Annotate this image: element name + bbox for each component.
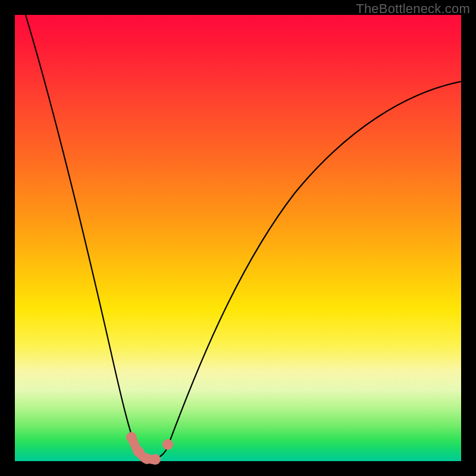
marker-dot-1 bbox=[126, 432, 137, 443]
highlight-markers bbox=[126, 432, 173, 465]
marker-dot-2 bbox=[133, 446, 144, 457]
watermark-text: TheBottleneck.com bbox=[356, 1, 470, 17]
chart-svg bbox=[15, 15, 461, 461]
curve-right-branch bbox=[167, 82, 461, 448]
marker-dot-4 bbox=[150, 454, 161, 465]
marker-dot-5 bbox=[162, 439, 173, 450]
curve-left-branch bbox=[26, 15, 137, 452]
chart-frame: TheBottleneck.com bbox=[0, 0, 476, 476]
